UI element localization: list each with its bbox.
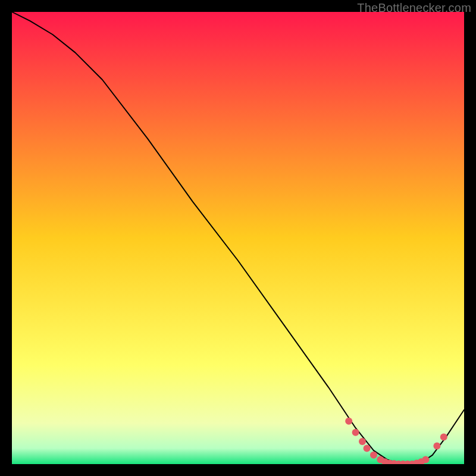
- curve-marker: [364, 444, 371, 452]
- chart-frame: TheBottlenecker.com: [0, 0, 476, 476]
- curve-marker: [433, 443, 440, 450]
- curve-marker: [440, 433, 447, 440]
- curve-marker: [352, 429, 359, 436]
- chart-svg: [12, 12, 464, 464]
- plot-area: [12, 12, 464, 464]
- curve-marker: [422, 456, 429, 463]
- chart-background: [12, 12, 464, 464]
- curve-marker: [359, 438, 366, 445]
- curve-marker: [345, 418, 352, 425]
- curve-marker: [370, 452, 377, 459]
